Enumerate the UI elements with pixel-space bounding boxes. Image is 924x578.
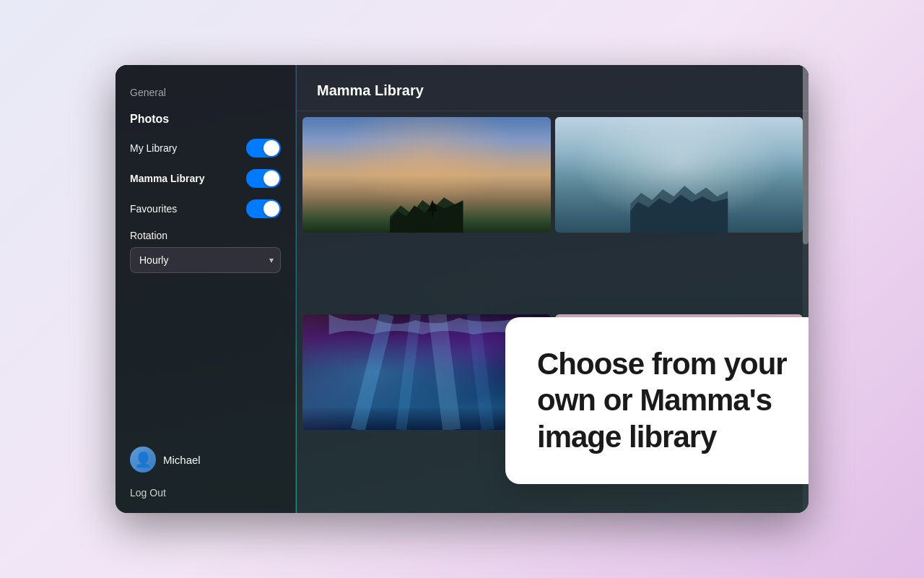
username-label: Michael — [163, 454, 201, 466]
avatar: 👤 — [130, 447, 156, 473]
main-header: Mamma Library — [297, 65, 808, 111]
mamma-library-row: Mamma Library — [130, 169, 281, 188]
mamma-library-toggle[interactable] — [246, 169, 281, 188]
user-icon: 👤 — [134, 451, 152, 468]
favourites-toggle[interactable] — [246, 199, 281, 218]
rotation-section: Rotation Hourly Daily Weekly Never ▾ — [130, 230, 281, 273]
sidebar: General Photos My Library Mamma Library … — [116, 65, 296, 513]
photos-label: Photos — [130, 113, 281, 126]
rotation-label: Rotation — [130, 230, 281, 241]
favourites-row: Favourites — [130, 199, 281, 218]
my-library-row: My Library — [130, 139, 281, 158]
rotation-select-wrapper: Hourly Daily Weekly Never ▾ — [130, 247, 281, 273]
app-window: General Photos My Library Mamma Library … — [116, 65, 808, 513]
favourites-label: Favourites — [130, 203, 177, 215]
user-section: 👤 Michael — [116, 432, 295, 487]
mamma-library-label: Mamma Library — [130, 173, 204, 184]
photo-item-1[interactable] — [302, 117, 551, 233]
logout-button[interactable]: Log Out — [116, 487, 295, 513]
rotation-select[interactable]: Hourly Daily Weekly Never — [130, 247, 281, 273]
scrollbar-thumb[interactable] — [803, 65, 808, 244]
my-library-toggle[interactable] — [246, 139, 281, 158]
general-label: General — [130, 87, 281, 98]
sidebar-content: General Photos My Library Mamma Library … — [116, 65, 295, 418]
my-library-label: My Library — [130, 142, 177, 154]
tooltip-text: Choose from your own or Mamma's image li… — [537, 346, 791, 455]
svg-line-8 — [437, 314, 452, 430]
tooltip-card: Choose from your own or Mamma's image li… — [505, 317, 808, 484]
main-title: Mamma Library — [317, 82, 788, 99]
photo-item-2[interactable] — [555, 117, 803, 233]
